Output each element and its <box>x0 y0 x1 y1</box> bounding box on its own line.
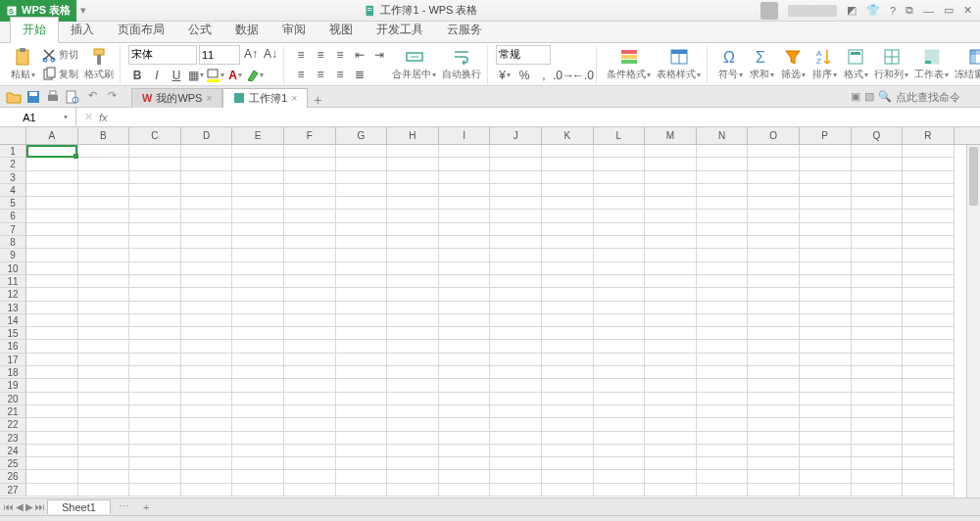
col-header[interactable]: F <box>284 127 336 144</box>
cancel-fx-icon[interactable]: ✕ <box>84 111 93 123</box>
cell[interactable] <box>594 171 646 184</box>
increase-decimal-icon[interactable]: .0→ <box>555 67 572 84</box>
cell[interactable] <box>645 197 697 210</box>
cell[interactable] <box>594 340 646 353</box>
cell[interactable] <box>800 366 852 379</box>
cell[interactable] <box>78 288 130 301</box>
cell[interactable] <box>78 354 130 366</box>
cell[interactable] <box>129 432 181 445</box>
cell[interactable] <box>78 432 130 445</box>
col-header[interactable]: D <box>181 127 233 144</box>
indent-right-icon[interactable]: ⇥ <box>370 46 388 64</box>
cell[interactable] <box>748 275 800 288</box>
cell[interactable] <box>129 366 181 379</box>
cell[interactable] <box>336 171 388 184</box>
cell[interactable] <box>181 262 233 275</box>
row-header[interactable]: 17 <box>0 354 26 366</box>
cut-button[interactable]: 剪切 <box>39 46 80 64</box>
cell[interactable] <box>800 484 852 497</box>
cell[interactable] <box>594 184 646 197</box>
cell[interactable] <box>800 158 852 170</box>
cell[interactable] <box>490 470 542 483</box>
row-header[interactable]: 3 <box>0 171 26 184</box>
cell[interactable] <box>129 379 181 392</box>
cell[interactable] <box>181 445 233 457</box>
cell[interactable] <box>645 393 697 405</box>
cell[interactable] <box>542 236 594 249</box>
menu-tab-4[interactable]: 数据 <box>223 18 270 42</box>
close-tab-icon[interactable]: × <box>206 93 212 104</box>
cell[interactable] <box>542 145 594 158</box>
cell[interactable] <box>26 327 78 340</box>
cell[interactable] <box>542 379 594 392</box>
sheet-last-icon[interactable]: ⏭ <box>35 501 45 512</box>
cell[interactable] <box>490 379 542 392</box>
cell[interactable] <box>26 158 78 170</box>
row-header[interactable]: 23 <box>0 432 26 445</box>
cell[interactable] <box>852 249 904 261</box>
cell[interactable] <box>439 145 491 158</box>
sheet-tab-sheet1[interactable]: Sheet1 <box>47 499 111 514</box>
cell[interactable] <box>542 393 594 405</box>
cell[interactable] <box>26 145 78 158</box>
formula-input[interactable] <box>116 108 980 126</box>
cell[interactable] <box>748 236 800 249</box>
cell[interactable] <box>26 314 78 327</box>
cell[interactable] <box>26 470 78 483</box>
cell[interactable] <box>284 327 336 340</box>
cell[interactable] <box>748 470 800 483</box>
cell[interactable] <box>129 314 181 327</box>
cell[interactable] <box>697 262 749 275</box>
cell[interactable] <box>439 302 491 314</box>
sheet-first-icon[interactable]: ⏮ <box>4 501 14 512</box>
cell[interactable] <box>284 145 336 158</box>
cell[interactable] <box>594 249 646 261</box>
align-middle-icon[interactable]: ≡ <box>312 46 329 64</box>
cell[interactable] <box>852 327 904 340</box>
cell[interactable] <box>336 249 388 261</box>
cell[interactable] <box>748 327 800 340</box>
command-search-input[interactable] <box>896 91 974 103</box>
cell[interactable] <box>594 210 646 222</box>
cell[interactable] <box>542 171 594 184</box>
cell[interactable] <box>336 236 388 249</box>
cell[interactable] <box>78 275 130 288</box>
cell[interactable] <box>78 418 130 431</box>
cell[interactable] <box>697 432 749 445</box>
cell[interactable] <box>129 393 181 405</box>
cell[interactable] <box>490 262 542 275</box>
cell[interactable] <box>439 210 491 222</box>
cell[interactable] <box>490 432 542 445</box>
col-header[interactable]: L <box>594 127 646 144</box>
font-select[interactable] <box>128 45 197 65</box>
cell[interactable] <box>78 470 130 483</box>
row-header[interactable]: 1 <box>0 145 26 158</box>
cell[interactable] <box>284 432 336 445</box>
cell[interactable] <box>387 197 439 210</box>
cell[interactable] <box>181 249 233 261</box>
cell[interactable] <box>78 379 130 392</box>
cell[interactable] <box>26 288 78 301</box>
row-header[interactable]: 19 <box>0 379 26 392</box>
cell[interactable] <box>594 262 646 275</box>
row-header[interactable]: 9 <box>0 249 26 261</box>
cell[interactable] <box>594 418 646 431</box>
cell[interactable] <box>490 393 542 405</box>
cell[interactable] <box>903 470 955 483</box>
cell[interactable] <box>129 275 181 288</box>
cell[interactable] <box>542 340 594 353</box>
cell[interactable] <box>78 184 130 197</box>
cell[interactable] <box>439 275 491 288</box>
cell[interactable] <box>852 275 904 288</box>
cell[interactable] <box>903 249 955 261</box>
cell[interactable] <box>78 314 130 327</box>
cell[interactable] <box>542 262 594 275</box>
cell[interactable] <box>232 262 284 275</box>
cell[interactable] <box>490 171 542 184</box>
row-header[interactable]: 13 <box>0 302 26 314</box>
cell[interactable] <box>852 288 904 301</box>
col-header[interactable]: M <box>645 127 697 144</box>
cell[interactable] <box>232 484 284 497</box>
cell[interactable] <box>336 262 388 275</box>
undo-icon[interactable]: ↶ <box>84 89 100 105</box>
